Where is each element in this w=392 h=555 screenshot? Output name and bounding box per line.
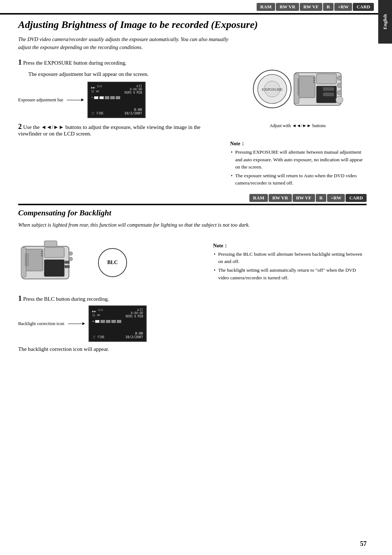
svg-rect-5 [297, 76, 315, 98]
step1-number: 1 [18, 58, 22, 66]
section1-intro: The DVD video camera/recorder usually ad… [18, 36, 236, 52]
media-bar-top: RAM RW VR RW VF R +RW CARD [0, 0, 392, 13]
blc-camera-illustration [18, 235, 91, 290]
svg-point-9 [337, 83, 342, 88]
media-tag-plusrw: +RW [334, 3, 352, 11]
media-tag-ram: RAM [257, 3, 275, 11]
svg-point-11 [336, 96, 343, 104]
step2-text: Use the ◄◄/►► buttons to adjust the expo… [18, 124, 200, 137]
media-tag-rwvr: RW VR [276, 3, 299, 11]
lcd-screen-1: ▶▶ S/S⬛ HD ⏸II0:00:00REM3 0 MIN ☀ 🎵 FIN [87, 82, 146, 118]
svg-point-25 [69, 257, 73, 261]
svg-rect-33 [65, 261, 70, 264]
svg-rect-20 [25, 249, 43, 271]
media-tag-r: R [323, 3, 334, 11]
media-tag-r-mid: R [316, 194, 326, 202]
svg-rect-14 [323, 93, 334, 96]
svg-rect-22 [44, 260, 64, 276]
section2-note-item-2: The backlight setting will automatically… [213, 267, 367, 281]
media-bar-mid: RAM RW VR RW VF R +RW CARD [18, 192, 367, 204]
section2-note: Note： Pressing the BLC button will alter… [213, 243, 367, 283]
media-tag-card-mid: CARD [346, 194, 367, 202]
svg-rect-34 [65, 265, 70, 268]
lcd-screen-2: ▶▶ S/S⬛ HD ⏸II0:00:00REM3 0 MIN ☀ 🎵 FINE… [89, 305, 147, 342]
media-tag-card-top: CARD [353, 3, 374, 11]
exposure-camera-illustration: EXPOSURE [250, 60, 345, 122]
media-tag-rwvr-mid: RW VR [269, 194, 292, 202]
svg-point-10 [337, 90, 342, 95]
media-tag-ram-mid: RAM [249, 194, 268, 202]
backlight-label: Backlight correction icon [18, 321, 64, 327]
svg-rect-21 [44, 247, 64, 258]
blc-button-circle: BLC [98, 248, 127, 277]
svg-text:EXPOSURE: EXPOSURE [262, 87, 283, 92]
step1-subtext: The exposure adjustment bar will appear … [28, 70, 225, 78]
section1-note-item-1: Pressing EXPOSURE will alternate between… [230, 149, 367, 171]
svg-point-30 [41, 251, 42, 252]
svg-point-31 [41, 253, 42, 254]
section1-title: Adjusting Brightness of Image to be reco… [18, 18, 367, 31]
step2-number: 2 [18, 122, 22, 130]
section1-note-item-2: The exposure setting will return to Auto… [230, 172, 367, 187]
svg-rect-13 [323, 87, 334, 91]
exposure-bar-label: Exposure adjustment bar [18, 97, 63, 103]
svg-rect-26 [44, 241, 57, 247]
media-tag-rwvf: RW VF [300, 3, 322, 11]
section1-note: Note： Pressing EXPOSURE will alternate b… [230, 141, 367, 188]
adjust-caption: Adjust with ◄◄/►► buttons [270, 123, 326, 129]
svg-point-32 [41, 255, 42, 256]
svg-point-8 [337, 76, 342, 80]
section2-title: Compensating for Backlight [18, 208, 367, 218]
blc-step1-number: 1 [18, 294, 22, 302]
blc-step1-text: Press the BLC button during recording. [23, 296, 109, 302]
svg-rect-15 [298, 78, 299, 96]
media-tag-rwvf-mid: RW VF [293, 194, 315, 202]
blc-final-text: The backlight correction icon will appea… [18, 346, 367, 352]
section2-note-item-1: Pressing the BLC button will alternate b… [213, 251, 367, 266]
svg-point-24 [69, 252, 73, 255]
svg-point-17 [313, 80, 315, 81]
svg-rect-6 [317, 74, 336, 84]
media-tag-plusrw-mid: +RW [327, 194, 345, 202]
page-number: 57 [360, 540, 367, 548]
svg-point-18 [313, 82, 315, 83]
step1-text: Press the EXPOSURE button during recordi… [23, 60, 127, 66]
svg-point-16 [313, 77, 315, 79]
section2-intro: When subject is lighted from rear, this … [18, 221, 272, 229]
